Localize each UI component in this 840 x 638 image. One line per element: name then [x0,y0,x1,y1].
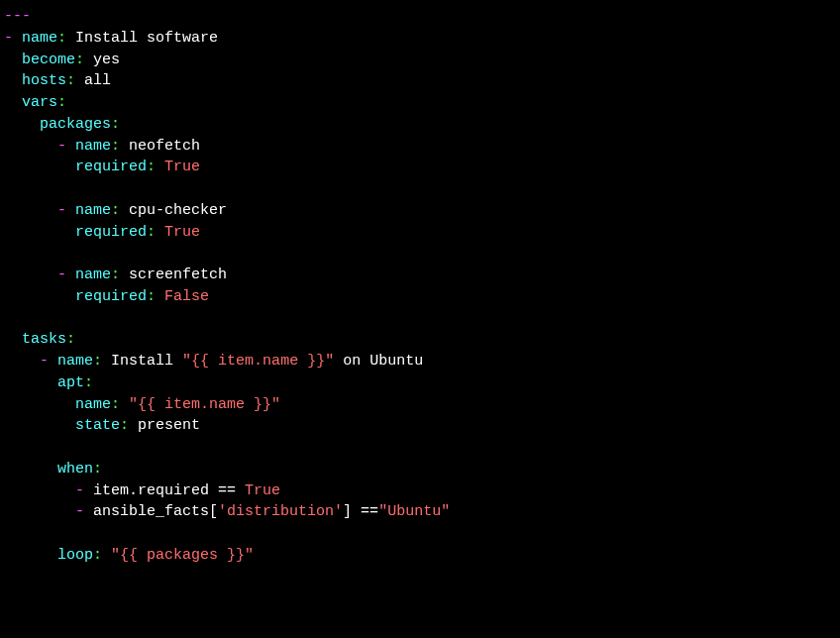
pkg1-name: cpu-checker [129,202,227,219]
loop-key: loop [57,547,93,564]
apt-name-val: "{{ item.name }}" [129,396,280,413]
pkg1-req-key: required [75,224,147,241]
pkg2-name: screenfetch [129,266,227,283]
apt-name-key: name [75,396,111,413]
task-name-prefix: Install [111,353,182,370]
pkg0-req: True [164,159,200,175]
key-packages: packages [40,116,111,133]
when-key: when [57,461,93,478]
pkg2-req-key: required [75,288,147,305]
key-name: name [22,30,57,47]
when-cond2-b: 'distribution' [218,503,343,520]
when-cond2-c: ] == [343,503,378,520]
pkg0-name-key: name [75,138,111,155]
pkg1-req: True [164,224,200,241]
val-play-name: Install software [75,30,218,47]
pkg0-name: neofetch [129,138,200,155]
key-hosts: hosts [22,72,66,89]
task-name-key: name [57,353,93,370]
yaml-code-block: --- - name: Install software become: yes… [0,0,840,573]
task-name-jinja: "{{ item.name }}" [182,353,334,370]
key-apt: apt [57,374,84,391]
pkg2-req: False [164,288,209,305]
key-become: become [22,52,75,68]
loop-val: "{{ packages }}" [111,547,254,564]
apt-state-key: state [75,417,120,434]
when-cond2-d: "Ubuntu" [378,503,450,520]
key-tasks: tasks [22,331,66,348]
pkg2-name-key: name [75,266,111,283]
apt-state-val: present [138,417,200,434]
pkg1-name-key: name [75,202,111,219]
doc-start-marker: --- [4,8,31,25]
val-become: yes [93,52,120,68]
when-cond1-expr: item.required == [93,482,245,499]
key-vars: vars [22,94,57,111]
task-name-suffix: on Ubuntu [334,353,423,370]
when-cond2-a: ansible_facts[ [93,503,218,520]
pkg0-req-key: required [75,159,147,175]
dash: - [4,30,13,47]
when-cond1-bool: True [245,482,280,499]
val-hosts: all [84,72,111,89]
